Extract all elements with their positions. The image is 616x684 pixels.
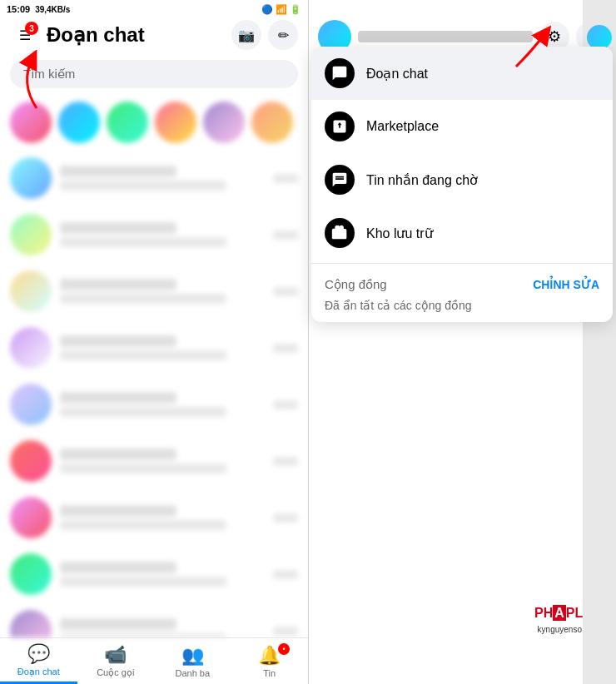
dropdown-divider [311, 263, 613, 264]
chat-time-9 [273, 627, 298, 636]
chat-time-3 [273, 287, 298, 296]
chat-avatar-8 [10, 553, 52, 595]
camera-icon: 📷 [238, 27, 255, 43]
wifi-icon: 📶 [276, 4, 287, 15]
dropdown-item-doan-chat[interactable]: Đoạn chat [311, 47, 613, 100]
chat-item-4[interactable] [0, 320, 308, 376]
dropdown-item-tin-nhan[interactable]: Tin nhắn đang chờ [311, 153, 613, 206]
chat-item-6[interactable] [0, 433, 308, 489]
calls-nav-icon: 📹 [104, 644, 127, 666]
community-edit-button[interactable]: CHỈNH SỬA [533, 278, 599, 291]
chat-meta-1 [273, 174, 298, 183]
chat-name-5 [60, 392, 176, 404]
chat-name-6 [60, 449, 176, 460]
chat-preview-7 [60, 520, 226, 530]
nav-item-contacts[interactable]: 👥 Danh ba [154, 638, 231, 684]
nav-item-notifications[interactable]: 🔔 Tin • [231, 638, 309, 684]
chat-avatar-4 [10, 327, 52, 369]
chat-info-4 [60, 335, 265, 360]
right-user-name [358, 31, 533, 42]
chat-meta-2 [273, 230, 298, 240]
marketplace-icon [325, 112, 355, 141]
chat-info-7 [60, 505, 265, 530]
chat-name-9 [60, 618, 176, 630]
chat-name-8 [60, 562, 176, 573]
chat-info-6 [60, 449, 265, 473]
chat-avatar-7 [10, 497, 52, 538]
speed-left: 39,4KB/s [35, 5, 70, 14]
chat-time-4 [273, 344, 298, 353]
chat-avatar-5 [10, 384, 52, 425]
search-placeholder: Tìm kiếm [23, 67, 75, 81]
settings-icon: ⚙ [548, 27, 561, 46]
status-bar-left: 15:09 39,4KB/s 🔵 📶 🔋 [0, 0, 308, 18]
page-title: Đoạn chat [47, 23, 225, 47]
chat-info-2 [60, 222, 265, 247]
chat-info-5 [60, 392, 265, 417]
chat-preview-6 [60, 463, 226, 473]
stories-row [0, 95, 308, 150]
chat-preview-2 [60, 237, 226, 247]
status-icons-left: 🔵 📶 🔋 [261, 4, 301, 15]
chat-time-8 [273, 570, 298, 579]
chat-nav-icon: 💬 [27, 643, 50, 665]
chat-meta-8 [273, 570, 298, 579]
chat-preview-1 [60, 181, 226, 191]
chat-avatar-9 [10, 610, 52, 637]
community-section: Cộng đồng CHỈNH SỬA Đã ẩn tất cả các cộn… [311, 267, 613, 322]
chat-avatar-2 [10, 214, 52, 255]
dropdown-item-marketplace[interactable]: Marketplace [311, 100, 613, 153]
story-avatar-2 [58, 102, 100, 143]
doan-chat-label: Đoạn chat [366, 66, 428, 82]
chat-preview-9 [60, 633, 226, 637]
bluetooth-icon: 🔵 [261, 4, 273, 15]
hamburger-button[interactable]: ☰ 3 [10, 20, 40, 50]
header-icons: 📷 ✏ [231, 20, 298, 50]
chat-time-1 [273, 174, 298, 183]
chat-time-7 [273, 513, 298, 523]
edit-button[interactable]: ✏ [268, 20, 298, 50]
community-title: Cộng đồng [325, 277, 387, 292]
chat-item-8[interactable] [0, 546, 308, 602]
chat-info-1 [60, 166, 265, 191]
notifications-nav-label: Tin [263, 668, 276, 678]
chat-preview-4 [60, 350, 226, 360]
right-panel: 15:09 8,5KB/s 🔵 📶 🔋 ⚙ ✏ [308, 0, 616, 684]
nav-item-calls[interactable]: 📹 Cuộc gọi [77, 638, 155, 684]
chat-preview-5 [60, 407, 226, 417]
dropdown-item-kho-luu-tru[interactable]: Kho lưu trữ [311, 206, 613, 260]
chat-avatar-6 [10, 440, 52, 482]
chat-item-9[interactable] [0, 602, 308, 637]
story-avatar-6 [251, 102, 293, 143]
nav-item-chat[interactable]: 💬 Đoạn chat [0, 638, 77, 684]
chat-meta-9 [273, 627, 298, 636]
chat-meta-6 [273, 457, 298, 466]
chat-nav-label: Đoạn chat [17, 667, 60, 677]
chat-item-2[interactable] [0, 206, 308, 263]
doan-chat-icon [325, 58, 355, 88]
chat-avatar-3 [10, 270, 52, 312]
chat-list [0, 150, 308, 637]
chat-name-1 [60, 166, 176, 177]
chat-item-3[interactable] [0, 263, 308, 320]
search-bar[interactable]: Tìm kiếm [10, 60, 298, 88]
chat-meta-7 [273, 513, 298, 523]
battery-icon: 🔋 [290, 4, 301, 15]
panel-divider [308, 0, 309, 684]
chat-item-7[interactable] [0, 489, 308, 546]
contacts-nav-label: Danh ba [175, 668, 210, 678]
story-avatar-1 [10, 102, 52, 143]
chat-item-1[interactable] [0, 150, 308, 206]
bottom-nav: 💬 Đoạn chat 📹 Cuộc gọi 👥 Danh ba 🔔 Tin • [0, 637, 308, 684]
chat-item-5[interactable] [0, 376, 308, 433]
camera-button[interactable]: 📷 [231, 20, 261, 50]
chat-meta-3 [273, 287, 298, 296]
notifications-badge: • [278, 643, 290, 655]
chat-preview-3 [60, 294, 226, 304]
chat-time-2 [273, 230, 298, 240]
chat-name-4 [60, 335, 176, 347]
chat-name-2 [60, 222, 176, 234]
community-empty-text: Đã ẩn tất cả các cộng đồng [325, 299, 599, 312]
chat-info-9 [60, 618, 265, 637]
chat-preview-8 [60, 577, 226, 587]
